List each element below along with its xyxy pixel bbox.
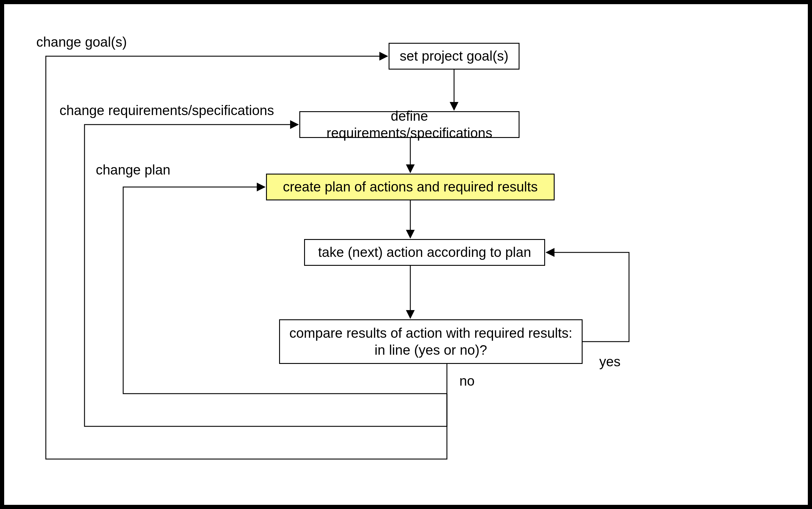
label-change-requirements: change requirements/specifications: [60, 102, 274, 118]
node-label: create plan of actions and required resu…: [283, 178, 538, 196]
node-take-action: take (next) action according to plan: [304, 239, 545, 266]
label-change-plan: change plan: [96, 162, 170, 178]
node-label: define requirements/specifications: [307, 108, 511, 142]
node-label: set project goal(s): [400, 47, 508, 65]
flowchart: set project goal(s) define requirements/…: [0, 0, 812, 509]
label-change-goal: change goal(s): [36, 34, 127, 50]
node-compare-results: compare results of action with required …: [279, 319, 583, 364]
node-label: take (next) action according to plan: [318, 244, 531, 261]
node-define-requirements: define requirements/specifications: [299, 111, 520, 138]
label-no: no: [460, 373, 475, 389]
node-label: compare results of action with required …: [289, 325, 572, 359]
node-create-plan: create plan of actions and required resu…: [266, 174, 555, 200]
label-yes: yes: [599, 353, 621, 370]
node-set-goal: set project goal(s): [388, 43, 520, 70]
